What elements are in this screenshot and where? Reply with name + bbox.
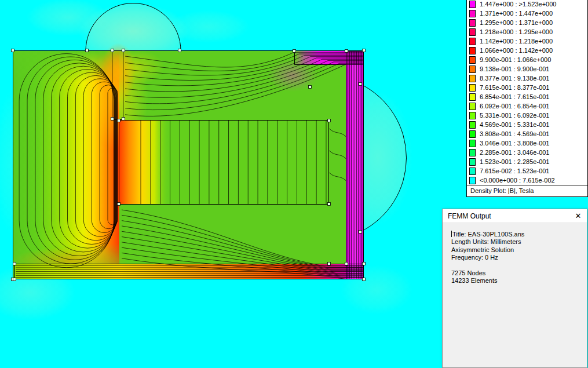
node-handle[interactable] <box>13 278 16 281</box>
node-handle[interactable] <box>363 278 366 281</box>
legend-color-swatch <box>469 75 476 82</box>
legend-color-swatch <box>469 177 476 184</box>
legend-row: <0.000e+000 : 7.615e-002 <box>467 176 587 185</box>
legend-color-swatch <box>469 28 476 36</box>
legend-row: 3.046e-001 : 3.808e-001 <box>467 139 587 148</box>
legend-color-swatch <box>469 167 476 175</box>
legend-row-label: 1.371e+000 : 1.447e+000 <box>480 10 553 17</box>
legend-color-swatch <box>469 19 476 27</box>
legend-row: 2.285e-001 : 3.046e-001 <box>467 148 587 157</box>
legend-row-label: 3.046e-001 : 3.808e-001 <box>480 140 550 147</box>
legend-row-label: 5.331e-001 : 6.092e-001 <box>480 112 550 119</box>
close-button[interactable]: ✕ <box>569 209 587 223</box>
legend-row: 5.331e-001 : 6.092e-001 <box>467 111 587 120</box>
node-handle[interactable] <box>111 118 114 121</box>
legend-color-swatch <box>469 10 476 17</box>
output-line: 7275 Nodes <box>451 269 583 277</box>
legend-row-label: 6.854e-001 : 7.615e-001 <box>480 93 550 100</box>
node-handle[interactable] <box>363 263 366 265</box>
base-plate-flux-lines <box>16 266 363 278</box>
legend-row-label: 1.295e+000 : 1.371e+000 <box>480 19 553 26</box>
density-legend-rows: 1.447e+000 : >1.523e+0001.371e+000 : 1.4… <box>467 0 587 185</box>
legend-row-label: 9.138e-001 : 9.900e-001 <box>480 65 550 72</box>
legend-row-label: 6.092e-001 : 6.854e-001 <box>480 103 550 110</box>
node-handle[interactable] <box>345 50 348 53</box>
legend-row: 1.523e-001 : 2.285e-001 <box>467 157 587 166</box>
femm-app-screen: 1.447e+000 : >1.523e+0001.371e+000 : 1.4… <box>0 0 588 368</box>
output-line: Frequency: 0 Hz <box>451 254 583 261</box>
density-legend: 1.447e+000 : >1.523e+0001.371e+000 : 1.4… <box>466 0 588 197</box>
legend-color-swatch <box>469 112 476 119</box>
legend-row-label: 8.377e-001 : 9.138e-001 <box>480 75 550 82</box>
node-handle[interactable] <box>111 49 114 52</box>
legend-row: 3.808e-001 : 4.569e-001 <box>467 129 587 139</box>
legend-color-swatch <box>469 84 476 92</box>
legend-row: 1.295e+000 : 1.371e+000 <box>467 18 587 27</box>
node-handle[interactable] <box>293 50 296 53</box>
legend-row-label: 1.447e+000 : >1.523e+000 <box>480 1 556 8</box>
density-field <box>12 43 364 279</box>
legend-row: 9.900e-001 : 1.066e+000 <box>467 55 587 64</box>
legend-row-label: 7.615e-002 : 1.523e-001 <box>480 167 550 174</box>
legend-row-label: 1.218e+000 : 1.295e+000 <box>480 28 553 35</box>
node-handle[interactable] <box>122 118 125 121</box>
node-handle[interactable] <box>86 49 89 52</box>
close-icon: ✕ <box>575 212 582 220</box>
legend-row-label: <0.000e+000 : 7.615e-002 <box>480 177 555 184</box>
window-title-bar[interactable]: FEMM Output ✕ <box>443 209 587 223</box>
legend-color-swatch <box>469 158 476 166</box>
legend-row: 1.447e+000 : >1.523e+000 <box>467 0 587 9</box>
node-handle[interactable] <box>345 263 348 265</box>
node-handle[interactable] <box>328 203 331 206</box>
legend-row: 1.218e+000 : 1.295e+000 <box>467 27 587 37</box>
node-handle[interactable] <box>118 119 120 122</box>
legend-row: 4.569e-001 : 5.331e-001 <box>467 120 587 129</box>
text-caret <box>451 231 452 237</box>
node-handle[interactable] <box>13 263 16 265</box>
legend-row-label: 9.900e-001 : 1.066e+000 <box>480 56 551 63</box>
legend-row: 6.092e-001 : 6.854e-001 <box>467 101 587 111</box>
node-handle[interactable] <box>12 49 14 52</box>
output-line: 14233 Elements <box>451 277 583 285</box>
legend-row: 9.138e-001 : 9.900e-001 <box>467 64 587 74</box>
legend-color-swatch <box>469 130 476 138</box>
legend-row-label: 1.523e-001 : 2.285e-001 <box>480 158 550 165</box>
legend-color-swatch <box>469 56 476 64</box>
legend-row: 7.615e-001 : 8.377e-001 <box>467 83 587 92</box>
legend-row: 1.371e+000 : 1.447e+000 <box>467 9 587 18</box>
legend-row: 1.066e+000 : 1.142e+000 <box>467 46 587 55</box>
legend-color-swatch <box>469 93 476 101</box>
output-line <box>451 262 583 269</box>
femm-output-window: FEMM Output ✕ Title: EAS-30PL100S.ansLen… <box>442 209 587 368</box>
legend-color-swatch <box>469 1 476 8</box>
legend-caption: Density Plot: |B|, Tesla <box>467 185 587 196</box>
node-handle[interactable] <box>328 263 331 265</box>
legend-color-swatch <box>469 103 476 110</box>
legend-color-swatch <box>469 121 476 129</box>
legend-row-label: 4.569e-001 : 5.331e-001 <box>480 121 550 128</box>
legend-color-swatch <box>469 140 476 147</box>
node-handle[interactable] <box>359 83 362 86</box>
output-line: Axisymmetric Solution <box>451 246 583 254</box>
legend-row-label: 1.066e+000 : 1.142e+000 <box>480 47 553 54</box>
legend-color-swatch <box>469 38 476 45</box>
output-line: Length Units: Millimeters <box>451 238 583 246</box>
node-handle[interactable] <box>359 231 362 234</box>
legend-row-label: 7.615e-001 : 8.377e-001 <box>480 84 550 91</box>
legend-row: 1.142e+000 : 1.218e+000 <box>467 37 587 46</box>
legend-row: 7.615e-002 : 1.523e-001 <box>467 166 587 176</box>
node-handle[interactable] <box>309 86 312 89</box>
legend-row-label: 3.808e-001 : 4.569e-001 <box>480 130 550 137</box>
node-handle[interactable] <box>363 49 366 52</box>
node-handle[interactable] <box>122 49 125 52</box>
node-handle[interactable] <box>328 119 331 122</box>
node-handle[interactable] <box>178 49 181 52</box>
output-text-area[interactable]: Title: EAS-30PL100S.ansLength Units: Mil… <box>443 223 587 285</box>
legend-color-swatch <box>469 65 476 73</box>
output-line: Title: EAS-30PL100S.ans <box>451 231 583 238</box>
legend-color-swatch <box>469 149 476 156</box>
legend-row-label: 1.142e+000 : 1.218e+000 <box>480 38 553 45</box>
window-title: FEMM Output <box>448 212 491 220</box>
legend-row-label: 2.285e-001 : 3.046e-001 <box>480 149 550 156</box>
node-handle[interactable] <box>118 203 120 206</box>
